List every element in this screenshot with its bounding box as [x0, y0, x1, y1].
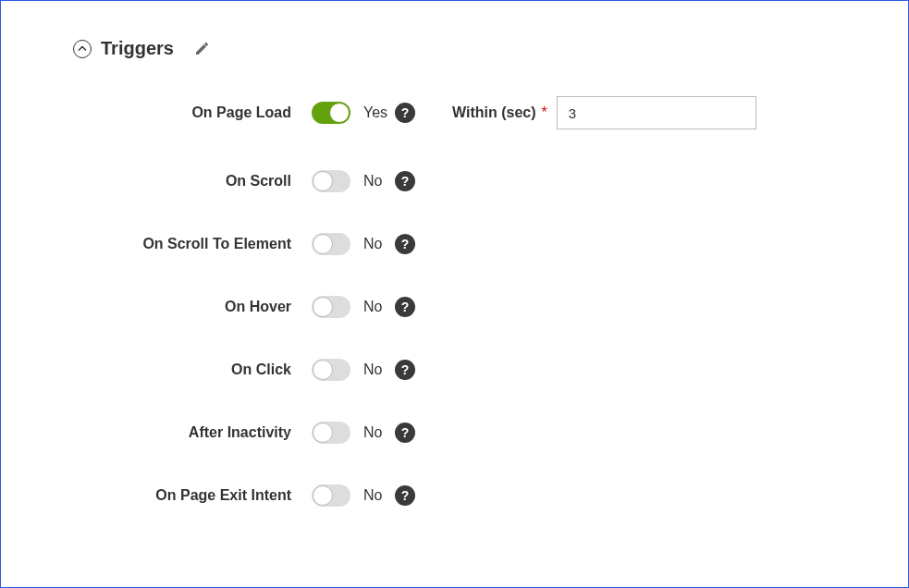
label-on-page-load: On Page Load — [73, 104, 312, 121]
chevron-up-icon — [78, 44, 87, 54]
toggle-on-scroll-to-element[interactable] — [312, 233, 350, 255]
toggle-knob — [313, 485, 333, 506]
help-on-page-exit-intent[interactable]: ? — [395, 485, 415, 506]
section-header: Triggers — [73, 38, 836, 59]
required-mark: * — [542, 104, 547, 121]
section-title: Triggers — [101, 38, 174, 59]
label-after-inactivity: After Inactivity — [73, 424, 312, 441]
toggle-on-page-load[interactable] — [312, 102, 350, 124]
toggle-knob — [313, 360, 333, 380]
state-on-page-exit-intent: No — [363, 487, 389, 504]
toggle-knob — [313, 297, 333, 317]
label-on-scroll-to-element: On Scroll To Element — [73, 236, 312, 252]
help-after-inactivity[interactable]: ? — [395, 423, 415, 443]
toggle-knob — [313, 423, 333, 443]
row-on-page-exit-intent: On Page Exit Intent No ? — [73, 484, 836, 507]
row-on-click: On Click No ? — [73, 359, 836, 381]
row-on-hover: On Hover No ? — [73, 296, 836, 318]
toggle-knob — [329, 103, 350, 123]
pencil-icon — [194, 42, 209, 56]
state-on-scroll-to-element: No — [363, 236, 389, 252]
toggle-knob — [313, 171, 333, 191]
toggle-knob — [313, 234, 333, 254]
toggle-on-scroll[interactable] — [312, 170, 350, 192]
row-on-page-load: On Page Load Yes ? Within (sec) * — [73, 96, 836, 129]
toggle-after-inactivity[interactable] — [312, 422, 350, 444]
help-on-scroll[interactable]: ? — [395, 171, 415, 191]
label-on-scroll: On Scroll — [73, 173, 312, 190]
state-on-page-load: Yes — [363, 104, 389, 121]
label-on-hover: On Hover — [73, 299, 312, 315]
within-field-group: Within (sec) * — [452, 96, 756, 129]
state-after-inactivity: No — [363, 424, 389, 441]
label-on-page-exit-intent: On Page Exit Intent — [73, 487, 312, 504]
within-input[interactable] — [557, 96, 756, 129]
collapse-toggle[interactable] — [73, 40, 92, 58]
row-on-scroll-to-element: On Scroll To Element No ? — [73, 233, 836, 255]
toggle-on-page-exit-intent[interactable] — [312, 484, 350, 507]
state-on-scroll: No — [363, 173, 389, 190]
help-on-scroll-to-element[interactable]: ? — [395, 234, 415, 254]
label-on-click: On Click — [73, 361, 312, 378]
state-on-hover: No — [363, 299, 389, 315]
help-on-page-load[interactable]: ? — [395, 103, 415, 123]
state-on-click: No — [363, 361, 389, 378]
toggle-on-click[interactable] — [312, 359, 350, 381]
help-on-hover[interactable]: ? — [395, 297, 415, 317]
help-on-click[interactable]: ? — [395, 360, 415, 380]
edit-button[interactable] — [194, 42, 209, 56]
row-on-scroll: On Scroll No ? — [73, 170, 836, 192]
toggle-on-hover[interactable] — [312, 296, 350, 318]
triggers-panel: Triggers On Page Load Yes ? Within (sec)… — [0, 0, 909, 588]
within-label: Within (sec) — [452, 104, 536, 121]
row-after-inactivity: After Inactivity No ? — [73, 422, 836, 444]
